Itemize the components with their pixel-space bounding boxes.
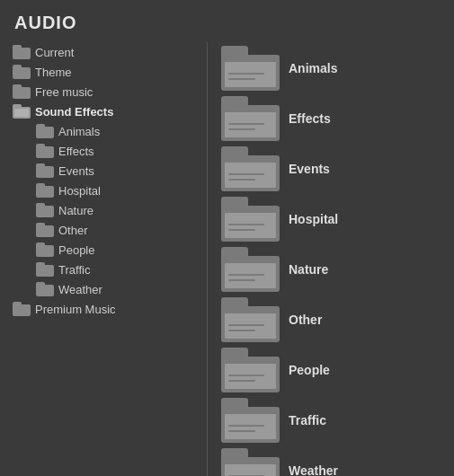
label-current: Current bbox=[35, 46, 74, 59]
folder-card-label-traffic: Traffic bbox=[289, 413, 326, 428]
folder-card-effects[interactable]: Effects bbox=[221, 96, 445, 141]
folder-icon-child-hospital bbox=[36, 183, 54, 198]
label-premium-music: Premium Music bbox=[35, 303, 116, 316]
folder-icon-free-music bbox=[13, 84, 31, 99]
folder-icon-child-effects bbox=[36, 144, 54, 158]
tree-item-sound-effects[interactable]: Sound Effects bbox=[9, 101, 202, 121]
label-child-effects: Effects bbox=[58, 145, 94, 158]
folder-card-label-weather: Weather bbox=[289, 463, 338, 476]
folder-icon-child-traffic bbox=[36, 262, 54, 277]
sound-effects-label: Sound Effects bbox=[35, 105, 113, 119]
folder-card-weather[interactable]: Weather bbox=[221, 448, 445, 476]
label-child-traffic: Traffic bbox=[58, 263, 90, 277]
folder-card-label-events: Events bbox=[289, 162, 330, 176]
tree-item-child-nature[interactable]: Nature bbox=[32, 200, 202, 220]
big-folder-icon-animals bbox=[221, 46, 280, 91]
tree-item-child-other[interactable]: Other bbox=[32, 220, 202, 240]
tree-item-child-weather[interactable]: Weather bbox=[32, 279, 202, 299]
page-title: AUDIO bbox=[0, 0, 454, 42]
folder-icon-child-animals bbox=[36, 124, 54, 138]
big-folder-icon-other bbox=[221, 297, 280, 342]
folder-card-label-other: Other bbox=[289, 313, 322, 327]
folder-card-hospital[interactable]: Hospital bbox=[221, 197, 445, 242]
big-folder-icon-hospital bbox=[221, 197, 280, 242]
folder-card-nature[interactable]: Nature bbox=[221, 247, 445, 292]
folder-icon-current bbox=[13, 45, 31, 59]
big-folder-icon-traffic bbox=[221, 398, 280, 443]
label-free-music: Free music bbox=[35, 85, 93, 99]
folder-card-events[interactable]: Events bbox=[221, 146, 445, 191]
folder-card-label-effects: Effects bbox=[289, 111, 331, 126]
folder-card-label-animals: Animals bbox=[289, 61, 337, 75]
tree-item-theme[interactable]: Theme bbox=[9, 62, 202, 82]
panel-divider bbox=[207, 42, 208, 476]
folder-card-other[interactable]: Other bbox=[221, 297, 445, 342]
folder-icon-child-other bbox=[36, 223, 54, 237]
folder-icon-child-people bbox=[36, 242, 54, 257]
tree-item-free-music[interactable]: Free music bbox=[9, 82, 202, 101]
left-panel: Current Theme Free music Sound Effects bbox=[9, 42, 202, 476]
folder-card-label-nature: Nature bbox=[289, 262, 328, 277]
label-child-animals: Animals bbox=[58, 125, 100, 138]
tree-item-child-effects[interactable]: Effects bbox=[32, 141, 202, 161]
big-folder-icon-effects bbox=[221, 96, 280, 141]
label-child-other: Other bbox=[58, 224, 88, 237]
folder-card-label-hospital: Hospital bbox=[289, 212, 338, 226]
folder-card-label-people: People bbox=[289, 363, 330, 377]
big-folder-icon-nature bbox=[221, 247, 280, 292]
tree-item-child-animals[interactable]: Animals bbox=[32, 121, 202, 141]
open-folder-icon bbox=[13, 104, 31, 119]
label-child-nature: Nature bbox=[58, 204, 93, 217]
tree-item-child-events[interactable]: Events bbox=[32, 161, 202, 181]
tree-item-child-people[interactable]: People bbox=[32, 240, 202, 260]
tree-item-child-hospital[interactable]: Hospital bbox=[32, 181, 202, 200]
label-theme: Theme bbox=[35, 66, 71, 79]
tree-item-child-traffic[interactable]: Traffic bbox=[32, 260, 202, 279]
folder-icon-child-nature bbox=[36, 203, 54, 217]
folder-icon-theme bbox=[13, 65, 31, 79]
label-child-events: Events bbox=[58, 164, 94, 178]
folder-card-traffic[interactable]: Traffic bbox=[221, 398, 445, 443]
tree-item-premium-music[interactable]: Premium Music bbox=[9, 299, 202, 319]
big-folder-icon-people bbox=[221, 348, 280, 392]
label-child-hospital: Hospital bbox=[58, 184, 101, 198]
tree-item-current[interactable]: Current bbox=[9, 42, 202, 62]
right-panel: Animals Effects Events bbox=[212, 42, 445, 476]
label-child-weather: Weather bbox=[58, 283, 102, 296]
folder-card-animals[interactable]: Animals bbox=[221, 46, 445, 91]
label-child-people: People bbox=[58, 243, 94, 257]
folder-card-people[interactable]: People bbox=[221, 348, 445, 392]
folder-icon-child-events bbox=[36, 163, 54, 178]
big-folder-icon-events bbox=[221, 146, 280, 191]
big-folder-icon-weather bbox=[221, 448, 280, 476]
folder-icon-premium-music bbox=[13, 302, 31, 316]
folder-icon-child-weather bbox=[36, 282, 54, 296]
